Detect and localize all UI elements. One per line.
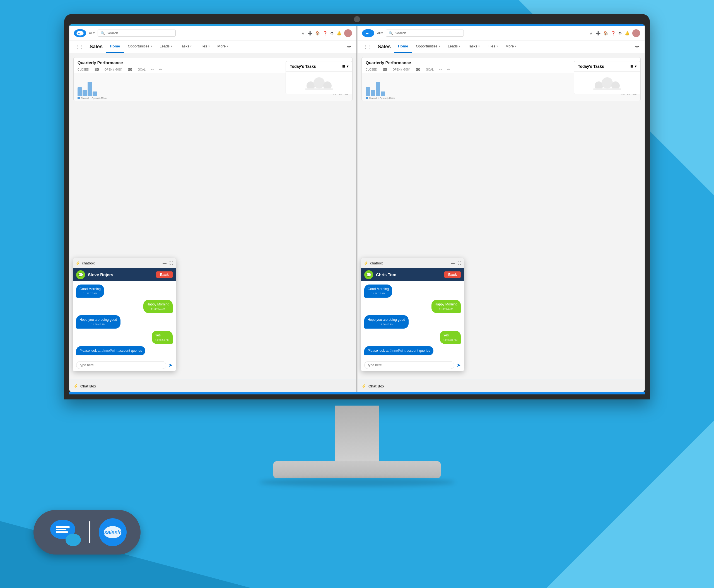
nav-leads-right[interactable]: Leads ▾ [444,40,464,53]
chatbox-controls-left: — ⛶ [163,261,173,265]
qp-stats-left: CLOSED $0 OPEN (>70%) $0 GOAL -- ✏ [78,67,162,72]
avatar-left[interactable] [344,29,352,37]
edit-icon-right[interactable]: ✏ [633,40,641,53]
qp-closed-value-right: $0 [383,67,387,72]
chatbox-titlebar-left: ⚡ chatbox — ⛶ [73,258,176,268]
monitor-stand-neck [335,405,379,461]
salesforce-logo-left: ☁ [74,29,86,37]
add-icon-right[interactable]: ➕ [596,31,601,36]
lightning-icon-left: ⚡ [76,261,80,265]
back-button-left[interactable]: Back [156,271,173,278]
tasks-icon-right[interactable]: ⊞ [630,64,633,68]
msg-1-right: Good Morning 11:36:17 AM [364,285,392,298]
all-dropdown-right[interactable]: All ▾ [377,31,383,35]
nav-leads-left[interactable]: Leads ▾ [156,40,176,53]
nav-tasks-left[interactable]: Tasks ▾ [176,40,195,53]
nav-opportunities-right[interactable]: Opportunities ▾ [412,40,444,53]
chatbox-widget-right: ⚡ chatbox — ⛶ 💬 Chri [361,258,464,371]
monitor-body: ☁ All ▾ 🔍 ★ ➕ 🏠 ❓ ⚙ 🔔 [64,14,650,399]
brand-bubble-lines [56,526,70,533]
expand-icon-right[interactable]: ⛶ [457,261,461,265]
bubble-line-3 [56,531,68,533]
nav-files-left[interactable]: Files ▾ [195,40,213,53]
chat-input-right[interactable] [364,361,454,369]
msg-2-right: Happy Morning 11:36:24 AM [432,300,461,313]
send-button-left[interactable]: ➤ [168,362,173,368]
msg-3-time-left: 11:36:45 AM [80,323,117,327]
chart-bar [366,87,370,96]
chart-legend-left: Closed + Open (>70%) [78,96,348,101]
avatar-right[interactable] [632,29,640,37]
chatbox-tab-label-left: Chat Box [80,384,96,388]
tasks-icon-left[interactable]: ⊞ [342,64,345,68]
chatbox-tab-left[interactable]: ⚡ Chat Box [69,380,356,392]
chatbox-messages-right: Good Morning 11:36:17 AM Happy Morning 1… [361,281,464,359]
app-grid-icon-left[interactable]: ⋮⋮ [73,40,86,53]
nav-home-left[interactable]: Home [106,40,124,53]
chart-bar [371,90,375,96]
minimize-icon-left[interactable]: — [163,261,167,265]
qp-edit-icon-right[interactable]: ✏ [447,67,450,71]
tasks-header-left: Today's Tasks ⊞ ▾ [286,61,352,72]
back-button-right[interactable]: Back [444,271,461,278]
msg-2-time-right: 11:36:24 AM [435,308,457,311]
nav-tasks-right[interactable]: Tasks ▾ [464,40,484,53]
tasks-chevron-right[interactable]: ▾ [635,64,636,68]
search-bar-right[interactable]: 🔍 [386,29,464,37]
settings-icon-right[interactable]: ⚙ [618,31,622,36]
add-icon-left[interactable]: ➕ [308,31,312,36]
chatbox-title-text-right: chatbox [370,261,383,265]
chatbox-tab-right[interactable]: ⚡ Chat Box [358,380,645,392]
qp-goal-value-left: -- [151,67,154,72]
sf-topbar-left: ☁ All ▾ 🔍 ★ ➕ 🏠 ❓ ⚙ 🔔 [69,26,356,40]
msg-2-left: Happy Morning 11:36:24 AM [143,300,173,313]
msg-4-right: Yes 11:36:31 AM [440,331,461,344]
innopoint-link-right[interactable]: #InnoPoint [390,349,405,353]
home-icon-left[interactable]: 🏠 [315,31,320,36]
sf-cloud-logo-brand: salesforce [99,518,127,546]
send-button-right[interactable]: ➤ [457,362,461,368]
chatbox-widget-left: ⚡ chatbox — ⛶ 💬 Stev [73,258,176,371]
notification-icon-right[interactable]: 🔔 [625,31,629,36]
msg-4-left: Yes 11:36:51 AM [152,331,173,344]
innopoint-link-left[interactable]: #InnoPoint [102,349,118,353]
sf-content-left: Quarterly Performance CLOSED $0 OPEN (>7… [69,53,356,388]
chart-bar [376,82,380,96]
help-icon-right[interactable]: ❓ [611,31,615,36]
tasks-title-right: Today's Tasks [578,64,604,69]
search-bar-left[interactable]: 🔍 [98,29,176,37]
bubble-line-1 [56,526,70,528]
search-input-left[interactable] [107,31,173,35]
qp-closed-value-left: $0 [94,67,99,72]
chatbox-input-area-right: ➤ [361,359,464,371]
monitor-screen: ☁ All ▾ 🔍 ★ ➕ 🏠 ❓ ⚙ 🔔 [69,24,645,392]
msg-3-right: Hope you are doing good 11:36:45 AM [364,315,408,328]
monitor-stand-base [273,461,441,478]
msg-1-time-left: 11:36:17 AM [80,292,101,295]
search-input-right[interactable] [395,31,461,35]
qp-open-label-left: OPEN (>70%) [105,68,122,71]
home-icon-right[interactable]: 🏠 [603,31,608,36]
sf-panel-right: ☁ All ▾ 🔍 ★ ➕ 🏠 ❓ ⚙ 🔔 [357,24,645,392]
tasks-controls-right: ⊞ ▾ [630,64,636,68]
notification-icon-left[interactable]: 🔔 [337,31,341,36]
nav-files-right[interactable]: Files ▾ [484,40,502,53]
chat-input-left[interactable] [76,361,166,369]
help-icon-left[interactable]: ❓ [323,31,328,36]
all-dropdown-left[interactable]: All ▾ [89,31,95,35]
qp-edit-icon-left[interactable]: ✏ [159,67,162,71]
minimize-icon-right[interactable]: — [451,261,455,265]
app-grid-icon-right[interactable]: ⋮⋮ [361,40,374,53]
tasks-chevron-left[interactable]: ▾ [347,64,348,68]
nav-home-right[interactable]: Home [394,40,412,53]
settings-icon-left[interactable]: ⚙ [330,31,334,36]
nav-more-right[interactable]: More ▾ [502,40,521,53]
chart-bar [83,90,87,96]
expand-icon-left[interactable]: ⛶ [169,261,173,265]
branding-pill: salesforce salesforce [34,510,141,554]
chart-bar [78,87,82,96]
edit-icon-left[interactable]: ✏ [345,40,353,53]
chatbox-header-right: 💬 Chris Tom Back [361,268,464,281]
nav-more-left[interactable]: More ▾ [214,40,232,53]
nav-opportunities-left[interactable]: Opportunities ▾ [124,40,155,53]
